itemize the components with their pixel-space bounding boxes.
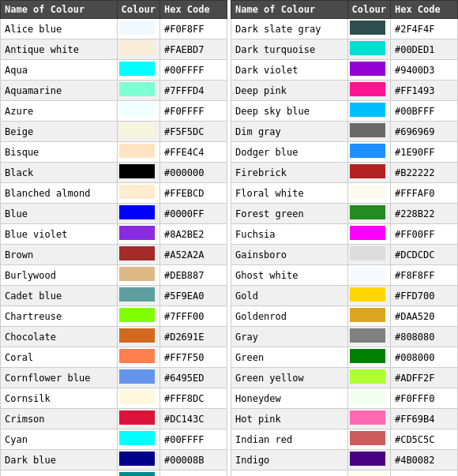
color-swatch [119, 41, 155, 55]
color-name: Blanched almond [1, 183, 118, 204]
color-swatch-cell [117, 429, 160, 450]
color-name: Goldenrod [231, 306, 348, 327]
table-row: Dim gray#696969 [231, 122, 458, 142]
table-row: Fuchsia#FF00FF [231, 224, 458, 245]
table-row: Indian red#CD5C5C [231, 429, 458, 450]
hex-code: #FF69B4 [390, 409, 457, 429]
table-row: Gold#FFD700 [231, 286, 458, 306]
hex-code: #FF00FF [390, 224, 457, 245]
color-swatch-cell [347, 470, 390, 477]
color-name: Deep pink [231, 81, 348, 101]
left-table-section: Name of Colour Colour Hex Code Alice blu… [0, 0, 227, 476]
color-swatch [350, 349, 385, 363]
color-swatch-cell [117, 183, 160, 204]
color-name: Floral white [231, 183, 348, 204]
color-swatch-cell [117, 142, 160, 163]
hex-code: #7FFF00 [160, 306, 227, 327]
hex-code: #F0F8FF [160, 19, 227, 39]
color-swatch [119, 82, 155, 96]
hex-code: #008B8B [160, 470, 227, 477]
table-row: Blanched almond#FFEBCD [1, 183, 227, 204]
table-row: Goldenrod#DAA520 [231, 306, 458, 327]
table-row: Bisque#FFE4C4 [1, 142, 227, 163]
table-row: Chartreuse#7FFF00 [1, 306, 227, 327]
color-swatch [119, 287, 155, 302]
table-row: Dark cyan#008B8B [1, 470, 227, 477]
color-swatch-cell [117, 306, 160, 327]
color-name: Forest green [231, 204, 348, 224]
table-row: Green#008000 [231, 347, 458, 368]
color-swatch [119, 349, 155, 363]
hex-code: #FFFFF0 [390, 470, 457, 477]
table-row: Forest green#228B22 [231, 204, 458, 224]
color-swatch-cell [347, 347, 390, 368]
color-swatch-cell [117, 450, 160, 470]
color-swatch-cell [117, 265, 160, 286]
color-swatch [119, 62, 155, 76]
color-swatch [350, 21, 385, 35]
color-swatch-cell [347, 265, 390, 286]
hex-code: #4B0082 [390, 450, 457, 470]
color-swatch [119, 21, 155, 35]
color-name: Honeydew [231, 388, 348, 409]
color-swatch-cell [117, 60, 160, 81]
color-name: Indian red [231, 429, 348, 450]
table-row: Cornsilk#FFF8DC [1, 388, 227, 409]
color-swatch [119, 205, 155, 219]
color-swatch [350, 410, 385, 425]
color-name: Cornflower blue [1, 368, 118, 388]
table-row: Aqua#00FFFF [1, 60, 227, 81]
hex-code: #FFE4C4 [160, 142, 227, 163]
color-swatch-cell [117, 347, 160, 368]
color-name: Ivory [231, 470, 348, 477]
color-swatch-cell [117, 388, 160, 409]
hex-code: #FFFAF0 [390, 183, 457, 204]
table-row: Deep pink#FF1493 [231, 81, 458, 101]
table-row: Ghost white#F8F8FF [231, 265, 458, 286]
color-swatch [119, 472, 155, 476]
table-row: Deep sky blue#00BFFF [231, 101, 458, 122]
hex-code: #2F4F4F [390, 19, 457, 39]
table-row: Dodger blue#1E90FF [231, 142, 458, 163]
color-swatch-cell [347, 429, 390, 450]
color-name: Dim gray [231, 122, 348, 142]
hex-code: #DEB887 [160, 265, 227, 286]
hex-code: #F8F8FF [390, 265, 457, 286]
color-swatch [350, 164, 385, 178]
color-name: Chartreuse [1, 306, 118, 327]
hex-code: #DAA520 [390, 306, 457, 327]
color-swatch [119, 452, 155, 466]
color-swatch-cell [347, 224, 390, 245]
color-name: Beige [1, 122, 118, 142]
color-swatch [119, 144, 155, 158]
color-swatch [350, 369, 385, 384]
hex-code: #00DED1 [390, 39, 457, 60]
hex-code: #6495ED [160, 368, 227, 388]
color-swatch [119, 390, 155, 404]
color-name: Dark slate gray [231, 19, 348, 39]
color-swatch [350, 452, 385, 466]
color-swatch-cell [117, 245, 160, 265]
color-swatch-cell [117, 81, 160, 101]
color-swatch-cell [347, 286, 390, 306]
color-swatch-cell [347, 183, 390, 204]
color-swatch [119, 267, 155, 281]
color-swatch [119, 328, 155, 343]
color-swatch-cell [117, 19, 160, 39]
color-swatch [350, 267, 385, 281]
hex-code: #DCDCDC [390, 245, 457, 265]
left-color-table: Name of Colour Colour Hex Code Alice blu… [0, 0, 227, 476]
color-name: Dark turquoise [231, 39, 348, 60]
color-swatch-cell [347, 409, 390, 429]
table-row: Chocolate#D2691E [1, 327, 227, 347]
color-name: Cornsilk [1, 388, 118, 409]
color-name: Blue [1, 204, 118, 224]
color-swatch [119, 431, 155, 445]
color-swatch-cell [347, 39, 390, 60]
color-swatch-cell [347, 142, 390, 163]
color-name: Black [1, 163, 118, 183]
hex-code: #808080 [390, 327, 457, 347]
color-swatch-cell [347, 204, 390, 224]
color-swatch-cell [347, 101, 390, 122]
color-name: Gainsboro [231, 245, 348, 265]
